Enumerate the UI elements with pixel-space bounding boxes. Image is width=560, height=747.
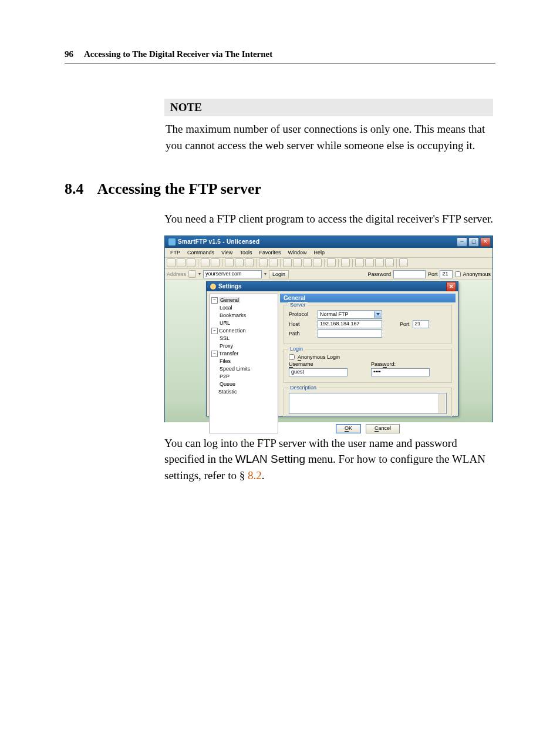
anonymous-checkbox-input[interactable] — [455, 271, 461, 277]
tree-item[interactable]: −General — [211, 297, 276, 304]
settings-tree[interactable]: −GeneralLocalBookmarksURL−ConnectionSSLP… — [209, 294, 278, 433]
running-title: Accessing to The Digital Receiver via Th… — [84, 49, 272, 59]
toolbar-icon[interactable] — [177, 258, 185, 267]
maximize-button[interactable]: ▢ — [468, 237, 479, 247]
tree-label: P2P — [220, 374, 230, 379]
tree-label: Files — [220, 358, 231, 364]
toolbar-icon[interactable] — [269, 258, 278, 267]
section-reference[interactable]: 8.2 — [248, 469, 262, 482]
menu-view[interactable]: View — [221, 250, 232, 255]
tree-item[interactable]: −Transfer — [211, 350, 276, 358]
toolbar-icon[interactable] — [365, 258, 374, 267]
cancel-button[interactable]: Cancel — [366, 424, 400, 433]
toolbar-icon[interactable] — [375, 258, 384, 267]
tree-item[interactable]: P2P — [211, 373, 276, 381]
menu-tools[interactable]: Tools — [239, 250, 252, 255]
tree-item[interactable]: Speed Limits — [211, 365, 276, 373]
toolbar-icon[interactable] — [399, 258, 408, 267]
tree-label: Speed Limits — [220, 366, 250, 372]
chevron-down-icon[interactable]: ▾ — [198, 271, 201, 277]
username-input[interactable]: guest — [289, 368, 348, 376]
toolbar-icon[interactable] — [187, 258, 195, 267]
tree-expand-icon[interactable]: − — [211, 297, 218, 304]
menu-favorites[interactable]: Favorites — [259, 250, 281, 255]
anonymous-login-checkbox[interactable]: Anonymous Login — [289, 354, 447, 360]
tree-item[interactable]: Local — [211, 304, 276, 312]
chevron-down-icon[interactable]: ▾ — [264, 271, 266, 277]
tree-item[interactable]: Bookmarks — [211, 312, 276, 319]
port-label: Port — [400, 321, 410, 327]
toolbar-icon[interactable] — [201, 258, 210, 267]
toolbar-icon[interactable] — [327, 258, 336, 267]
folder-icon[interactable] — [188, 270, 196, 278]
password-input[interactable] — [393, 270, 426, 278]
section-title: Accessing the FTP server — [97, 180, 261, 197]
address-bar: Address ▾ yourserver.com ▾ Login Passwor… — [165, 269, 492, 280]
tree-item[interactable]: −Connection — [211, 327, 276, 335]
protocol-value: Normal FTP — [320, 311, 349, 317]
toolbar-icon[interactable] — [167, 258, 176, 267]
tree-expand-icon[interactable]: − — [211, 351, 218, 357]
tree-expand-icon[interactable]: − — [211, 328, 218, 334]
ftp-client-screenshot: SmartFTP v1.5 - Unlicensed – ▢ ✕ FTP Com… — [164, 235, 493, 422]
login-button[interactable]: Login — [269, 270, 289, 278]
host-label: Host — [289, 321, 315, 327]
path-label: Path — [289, 331, 315, 337]
toolbar-icon[interactable] — [385, 258, 394, 267]
anonymous-label: Anonymous — [463, 271, 491, 277]
tree-item[interactable]: Queue — [211, 381, 276, 388]
toolbar-icon[interactable] — [259, 258, 268, 267]
ok-button[interactable]: OK — [336, 424, 361, 433]
menubar: FTP Commands View Tools Favorites Window… — [165, 248, 492, 258]
port-input[interactable]: 21 — [440, 270, 453, 278]
description-textarea[interactable] — [289, 393, 447, 414]
toolbar-icon[interactable] — [313, 258, 322, 267]
tree-item[interactable]: Statistic — [211, 388, 276, 396]
anonymous-checkbox[interactable]: Anonymous — [455, 271, 491, 277]
paragraph: You need a FTP client program to access … — [164, 211, 493, 227]
tree-item[interactable]: URL — [211, 319, 276, 327]
menu-help[interactable]: Help — [313, 250, 325, 255]
tree-label: Connection — [219, 328, 246, 334]
tree-label: SSL — [220, 335, 230, 341]
toolbar-icon[interactable] — [235, 258, 244, 267]
minimize-button[interactable]: – — [457, 237, 467, 247]
toolbar-icon[interactable] — [225, 258, 234, 267]
toolbar-separator — [338, 259, 339, 267]
close-icon[interactable]: ✕ — [446, 282, 456, 291]
toolbar-separator — [396, 259, 397, 267]
toolbar-separator — [222, 259, 222, 267]
gear-icon — [210, 284, 216, 290]
path-input[interactable] — [318, 329, 382, 338]
anonymous-login-input[interactable] — [289, 354, 295, 360]
address-input[interactable]: yourserver.com — [203, 270, 262, 278]
scrollbar[interactable] — [438, 394, 446, 413]
toolbar-icon[interactable] — [211, 258, 220, 267]
description-group: Description — [284, 388, 452, 417]
tree-item[interactable]: Files — [211, 358, 276, 365]
menu-ftp[interactable]: FTP — [170, 250, 180, 255]
toolbar-icon[interactable] — [355, 258, 364, 267]
toolbar-icon[interactable] — [283, 258, 292, 267]
password-input[interactable]: •••• — [371, 368, 430, 376]
close-button[interactable]: ✕ — [480, 237, 491, 247]
menu-window[interactable]: Window — [288, 250, 306, 255]
main-area: Settings ✕ −GeneralLocalBookmarksURL−Con… — [165, 280, 492, 422]
toolbar-icon[interactable] — [293, 258, 302, 267]
toolbar-separator — [256, 259, 257, 267]
port-input[interactable]: 21 — [413, 320, 429, 328]
section-number: 8.4 — [65, 180, 84, 197]
toolbar-icon[interactable] — [303, 258, 312, 267]
host-input[interactable]: 192.168.184.167 — [318, 320, 382, 328]
page-number: 96 — [65, 49, 73, 59]
menu-commands[interactable]: Commands — [187, 250, 214, 255]
protocol-select[interactable]: Normal FTP — [318, 310, 382, 319]
settings-titlebar: Settings ✕ — [207, 282, 458, 291]
toolbar-icon[interactable] — [245, 258, 254, 267]
toolbar-icon[interactable] — [341, 258, 350, 267]
tree-item[interactable]: SSL — [211, 335, 276, 342]
tree-item[interactable]: Proxy — [211, 342, 276, 350]
menu-name: WLAN Setting — [235, 453, 305, 465]
tree-label: Bookmarks — [220, 312, 246, 318]
running-head: 96 Accessing to The Digital Receiver via… — [65, 49, 495, 63]
